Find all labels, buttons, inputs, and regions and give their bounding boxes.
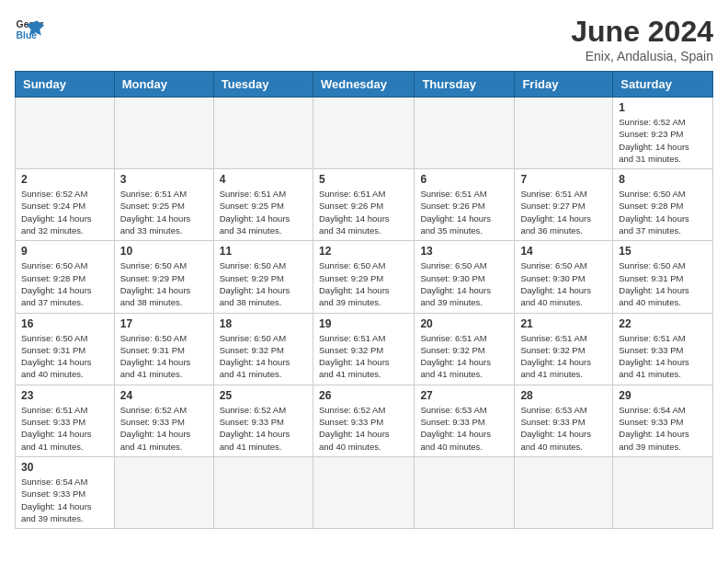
day-number: 14 (520, 245, 607, 258)
day-number: 2 (21, 173, 108, 186)
day-info: Sunrise: 6:51 AM Sunset: 9:33 PM Dayligh… (619, 332, 707, 381)
day-info: Sunrise: 6:50 AM Sunset: 9:29 PM Dayligh… (319, 259, 408, 308)
day-number: 7 (520, 173, 607, 186)
day-info: Sunrise: 6:51 AM Sunset: 9:27 PM Dayligh… (520, 188, 607, 236)
day-info: Sunrise: 6:51 AM Sunset: 9:25 PM Dayligh… (220, 188, 307, 236)
calendar-cell: 15Sunrise: 6:50 AM Sunset: 9:31 PM Dayli… (613, 241, 713, 313)
day-info: Sunrise: 6:51 AM Sunset: 9:26 PM Dayligh… (319, 188, 408, 236)
day-number: 18 (220, 317, 307, 330)
calendar-cell: 27Sunrise: 6:53 AM Sunset: 9:33 PM Dayli… (415, 385, 515, 456)
day-number: 16 (21, 317, 108, 330)
day-number: 13 (420, 245, 508, 258)
calendar-cell: 26Sunrise: 6:52 AM Sunset: 9:33 PM Dayli… (313, 385, 414, 456)
weekday-header-saturday: Saturday (613, 72, 713, 98)
day-number: 17 (120, 317, 208, 330)
day-number: 27 (420, 389, 508, 402)
weekday-header-row: SundayMondayTuesdayWednesdayThursdayFrid… (16, 72, 713, 98)
calendar-cell (213, 98, 313, 169)
calendar-cell: 4Sunrise: 6:51 AM Sunset: 9:25 PM Daylig… (213, 169, 313, 241)
calendar-cell: 19Sunrise: 6:51 AM Sunset: 9:32 PM Dayli… (313, 313, 414, 385)
day-info: Sunrise: 6:51 AM Sunset: 9:32 PM Dayligh… (319, 332, 408, 381)
day-info: Sunrise: 6:53 AM Sunset: 9:33 PM Dayligh… (420, 404, 508, 453)
calendar-cell: 21Sunrise: 6:51 AM Sunset: 9:32 PM Dayli… (515, 313, 613, 385)
calendar-week-row-5: 23Sunrise: 6:51 AM Sunset: 9:33 PM Dayli… (16, 385, 713, 456)
day-number: 21 (520, 317, 607, 330)
day-info: Sunrise: 6:50 AM Sunset: 9:29 PM Dayligh… (120, 259, 208, 308)
calendar-cell: 7Sunrise: 6:51 AM Sunset: 9:27 PM Daylig… (515, 169, 613, 241)
day-info: Sunrise: 6:51 AM Sunset: 9:26 PM Dayligh… (420, 188, 508, 236)
calendar-cell: 24Sunrise: 6:52 AM Sunset: 9:33 PM Dayli… (114, 385, 213, 456)
day-info: Sunrise: 6:50 AM Sunset: 9:28 PM Dayligh… (21, 259, 108, 308)
location-title: Enix, Andalusia, Spain (571, 49, 713, 63)
calendar-cell: 3Sunrise: 6:51 AM Sunset: 9:25 PM Daylig… (114, 169, 213, 241)
day-number: 30 (21, 461, 108, 474)
calendar-cell: 9Sunrise: 6:50 AM Sunset: 9:28 PM Daylig… (16, 241, 115, 313)
calendar-cell (415, 98, 515, 169)
calendar-week-row-3: 9Sunrise: 6:50 AM Sunset: 9:28 PM Daylig… (16, 241, 713, 313)
day-info: Sunrise: 6:53 AM Sunset: 9:33 PM Dayligh… (520, 404, 607, 453)
day-info: Sunrise: 6:50 AM Sunset: 9:28 PM Dayligh… (619, 188, 707, 236)
calendar-cell: 1Sunrise: 6:52 AM Sunset: 9:23 PM Daylig… (613, 98, 713, 169)
calendar-week-row-2: 2Sunrise: 6:52 AM Sunset: 9:24 PM Daylig… (16, 169, 713, 241)
calendar-cell: 8Sunrise: 6:50 AM Sunset: 9:28 PM Daylig… (613, 169, 713, 241)
calendar-cell: 23Sunrise: 6:51 AM Sunset: 9:33 PM Dayli… (16, 385, 115, 456)
calendar-cell (114, 456, 213, 528)
day-info: Sunrise: 6:52 AM Sunset: 9:24 PM Dayligh… (21, 188, 108, 236)
calendar-week-row-4: 16Sunrise: 6:50 AM Sunset: 9:31 PM Dayli… (16, 313, 713, 385)
day-info: Sunrise: 6:50 AM Sunset: 9:30 PM Dayligh… (520, 259, 607, 308)
day-number: 12 (319, 245, 408, 258)
day-number: 29 (619, 389, 707, 402)
calendar-cell: 30Sunrise: 6:54 AM Sunset: 9:33 PM Dayli… (16, 456, 115, 528)
day-info: Sunrise: 6:51 AM Sunset: 9:33 PM Dayligh… (21, 404, 108, 453)
calendar-cell: 5Sunrise: 6:51 AM Sunset: 9:26 PM Daylig… (313, 169, 414, 241)
day-number: 5 (319, 173, 408, 186)
day-info: Sunrise: 6:50 AM Sunset: 9:31 PM Dayligh… (619, 259, 707, 308)
calendar-cell: 20Sunrise: 6:51 AM Sunset: 9:32 PM Dayli… (415, 313, 515, 385)
day-number: 1 (619, 101, 707, 114)
calendar-cell: 12Sunrise: 6:50 AM Sunset: 9:29 PM Dayli… (313, 241, 414, 313)
day-number: 26 (319, 389, 408, 402)
calendar-cell: 10Sunrise: 6:50 AM Sunset: 9:29 PM Dayli… (114, 241, 213, 313)
calendar-cell (313, 456, 414, 528)
day-info: Sunrise: 6:54 AM Sunset: 9:33 PM Dayligh… (619, 404, 707, 453)
calendar-cell: 16Sunrise: 6:50 AM Sunset: 9:31 PM Dayli… (16, 313, 115, 385)
logo: General Blue (15, 15, 44, 44)
day-info: Sunrise: 6:50 AM Sunset: 9:30 PM Dayligh… (420, 259, 508, 308)
day-number: 28 (520, 389, 607, 402)
calendar-cell (16, 98, 115, 169)
calendar-cell (515, 98, 613, 169)
calendar-cell (515, 456, 613, 528)
weekday-header-wednesday: Wednesday (313, 72, 414, 98)
day-number: 11 (220, 245, 307, 258)
weekday-header-thursday: Thursday (415, 72, 515, 98)
calendar-cell (213, 456, 313, 528)
day-number: 25 (220, 389, 307, 402)
day-info: Sunrise: 6:54 AM Sunset: 9:33 PM Dayligh… (21, 476, 108, 524)
title-section: June 2024 Enix, Andalusia, Spain (571, 15, 713, 63)
calendar-cell (613, 456, 713, 528)
day-info: Sunrise: 6:50 AM Sunset: 9:29 PM Dayligh… (220, 259, 307, 308)
logo-icon: General Blue (15, 15, 44, 44)
month-title: June 2024 (571, 15, 713, 49)
weekday-header-tuesday: Tuesday (213, 72, 313, 98)
calendar-cell: 6Sunrise: 6:51 AM Sunset: 9:26 PM Daylig… (415, 169, 515, 241)
calendar-week-row-1: 1Sunrise: 6:52 AM Sunset: 9:23 PM Daylig… (16, 98, 713, 169)
day-info: Sunrise: 6:51 AM Sunset: 9:32 PM Dayligh… (520, 332, 607, 381)
day-number: 9 (21, 245, 108, 258)
day-info: Sunrise: 6:52 AM Sunset: 9:23 PM Dayligh… (619, 116, 707, 165)
calendar-week-row-6: 30Sunrise: 6:54 AM Sunset: 9:33 PM Dayli… (16, 456, 713, 528)
day-number: 4 (220, 173, 307, 186)
weekday-header-sunday: Sunday (16, 72, 115, 98)
day-number: 8 (619, 173, 707, 186)
day-info: Sunrise: 6:51 AM Sunset: 9:32 PM Dayligh… (420, 332, 508, 381)
day-info: Sunrise: 6:50 AM Sunset: 9:32 PM Dayligh… (220, 332, 307, 381)
calendar-cell: 11Sunrise: 6:50 AM Sunset: 9:29 PM Dayli… (213, 241, 313, 313)
calendar-cell: 18Sunrise: 6:50 AM Sunset: 9:32 PM Dayli… (213, 313, 313, 385)
day-number: 20 (420, 317, 508, 330)
page-header: General Blue June 2024 Enix, Andalusia, … (15, 15, 713, 63)
calendar-cell (114, 98, 213, 169)
day-number: 10 (120, 245, 208, 258)
weekday-header-monday: Monday (114, 72, 213, 98)
calendar-cell: 22Sunrise: 6:51 AM Sunset: 9:33 PM Dayli… (613, 313, 713, 385)
weekday-header-friday: Friday (515, 72, 613, 98)
